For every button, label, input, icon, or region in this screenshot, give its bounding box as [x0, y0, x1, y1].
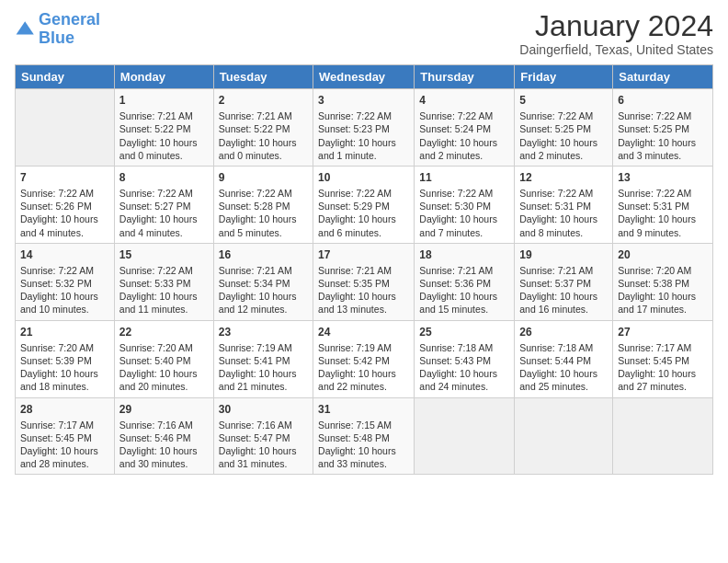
- day-number: 8: [119, 170, 209, 185]
- cell-info: and 16 minutes.: [519, 303, 608, 316]
- calendar-cell: 3Sunrise: 7:22 AMSunset: 5:23 PMDaylight…: [313, 89, 415, 167]
- cell-info: Sunrise: 7:22 AM: [618, 109, 708, 122]
- calendar-cell: 12Sunrise: 7:22 AMSunset: 5:31 PMDayligh…: [515, 166, 613, 243]
- cell-info: Daylight: 10 hours: [119, 444, 209, 457]
- week-row-0: 1Sunrise: 7:21 AMSunset: 5:22 PMDaylight…: [16, 89, 713, 167]
- cell-info: Sunrise: 7:15 AM: [318, 419, 409, 431]
- cell-info: Daylight: 10 hours: [419, 367, 509, 380]
- cell-info: and 4 minutes.: [119, 226, 209, 239]
- cell-info: and 28 minutes.: [20, 457, 109, 470]
- cell-info: Daylight: 10 hours: [20, 290, 109, 303]
- cell-info: Daylight: 10 hours: [219, 367, 308, 380]
- cell-info: Daylight: 10 hours: [20, 367, 109, 380]
- cell-info: Daylight: 10 hours: [519, 367, 608, 380]
- cell-info: Daylight: 10 hours: [318, 136, 409, 149]
- calendar-cell: 10Sunrise: 7:22 AMSunset: 5:29 PMDayligh…: [313, 166, 415, 243]
- cell-info: and 3 minutes.: [618, 149, 708, 162]
- cell-info: Sunset: 5:32 PM: [20, 277, 109, 290]
- cell-info: and 24 minutes.: [419, 380, 509, 393]
- cell-info: Sunrise: 7:22 AM: [20, 187, 109, 200]
- cell-info: Sunset: 5:25 PM: [618, 122, 708, 135]
- calendar-cell: 23Sunrise: 7:19 AMSunset: 5:41 PMDayligh…: [213, 320, 313, 397]
- calendar-cell: 25Sunrise: 7:18 AMSunset: 5:43 PMDayligh…: [415, 320, 515, 397]
- cell-info: Sunrise: 7:21 AM: [318, 264, 409, 277]
- cell-info: Daylight: 10 hours: [618, 290, 708, 303]
- svg-marker-0: [17, 21, 34, 34]
- logo-text: General Blue: [39, 11, 100, 48]
- week-row-2: 14Sunrise: 7:22 AMSunset: 5:32 PMDayligh…: [16, 243, 713, 320]
- cell-info: and 5 minutes.: [219, 226, 308, 239]
- cell-info: Sunrise: 7:19 AM: [318, 341, 409, 354]
- cell-info: Daylight: 10 hours: [219, 136, 308, 149]
- cell-info: Sunrise: 7:22 AM: [318, 187, 409, 200]
- day-number: 15: [119, 247, 209, 262]
- cell-info: Sunset: 5:29 PM: [318, 200, 409, 213]
- cell-info: and 17 minutes.: [618, 303, 708, 316]
- calendar-cell: 13Sunrise: 7:22 AMSunset: 5:31 PMDayligh…: [613, 166, 713, 243]
- day-number: 16: [219, 247, 308, 262]
- calendar-cell: 2Sunrise: 7:21 AMSunset: 5:22 PMDaylight…: [213, 89, 313, 167]
- cell-info: Sunrise: 7:22 AM: [119, 187, 209, 200]
- cell-info: Sunrise: 7:20 AM: [20, 341, 109, 354]
- calendar-cell: 14Sunrise: 7:22 AMSunset: 5:32 PMDayligh…: [16, 243, 115, 320]
- cell-info: Sunrise: 7:22 AM: [519, 187, 608, 200]
- location: Daingerfield, Texas, United States: [519, 42, 713, 57]
- day-number: 23: [219, 325, 308, 339]
- calendar-table: Sunday Monday Tuesday Wednesday Thursday…: [15, 64, 713, 475]
- title-block: January 2024 Daingerfield, Texas, United…: [519, 11, 713, 57]
- cell-info: and 12 minutes.: [219, 303, 308, 316]
- cell-info: and 27 minutes.: [618, 380, 708, 393]
- header-row: Sunday Monday Tuesday Wednesday Thursday…: [16, 65, 713, 89]
- day-number: 3: [318, 93, 409, 108]
- cell-info: and 9 minutes.: [618, 226, 708, 239]
- cell-info: Daylight: 10 hours: [119, 290, 209, 303]
- calendar-cell: 24Sunrise: 7:19 AMSunset: 5:42 PMDayligh…: [313, 320, 415, 397]
- cell-info: Sunset: 5:25 PM: [519, 122, 608, 135]
- day-number: 30: [219, 402, 308, 417]
- cell-info: Sunset: 5:38 PM: [618, 277, 708, 290]
- cell-info: Sunset: 5:43 PM: [419, 354, 509, 367]
- week-row-4: 28Sunrise: 7:17 AMSunset: 5:45 PMDayligh…: [16, 397, 713, 475]
- calendar-cell: [415, 397, 515, 475]
- cell-info: Daylight: 10 hours: [419, 213, 509, 225]
- day-number: 6: [618, 93, 708, 108]
- page-container: General Blue January 2024 Daingerfield, …: [0, 0, 728, 482]
- cell-info: Sunset: 5:33 PM: [119, 277, 209, 290]
- cell-info: Sunset: 5:27 PM: [119, 200, 209, 213]
- cell-info: Daylight: 10 hours: [618, 213, 708, 225]
- calendar-cell: 7Sunrise: 7:22 AMSunset: 5:26 PMDaylight…: [16, 166, 115, 243]
- day-number: 10: [318, 170, 409, 185]
- cell-info: and 1 minute.: [318, 149, 409, 162]
- cell-info: Sunset: 5:47 PM: [219, 431, 308, 444]
- cell-info: Sunset: 5:31 PM: [618, 200, 708, 213]
- calendar-cell: 16Sunrise: 7:21 AMSunset: 5:34 PMDayligh…: [213, 243, 313, 320]
- cell-info: Sunrise: 7:22 AM: [618, 187, 708, 200]
- calendar-cell: 15Sunrise: 7:22 AMSunset: 5:33 PMDayligh…: [114, 243, 213, 320]
- cell-info: Daylight: 10 hours: [318, 290, 409, 303]
- cell-info: Sunset: 5:48 PM: [318, 431, 409, 444]
- cell-info: Daylight: 10 hours: [318, 367, 409, 380]
- cell-info: Sunset: 5:37 PM: [519, 277, 608, 290]
- cell-info: and 30 minutes.: [119, 457, 209, 470]
- col-thursday: Thursday: [415, 65, 515, 89]
- cell-info: Sunset: 5:35 PM: [318, 277, 409, 290]
- cell-info: Sunrise: 7:21 AM: [219, 109, 308, 122]
- cell-info: Daylight: 10 hours: [219, 213, 308, 225]
- calendar-cell: 21Sunrise: 7:20 AMSunset: 5:39 PMDayligh…: [16, 320, 115, 397]
- cell-info: Sunrise: 7:19 AM: [219, 341, 308, 354]
- cell-info: and 0 minutes.: [219, 149, 308, 162]
- cell-info: Sunrise: 7:21 AM: [419, 264, 509, 277]
- cell-info: Sunrise: 7:21 AM: [219, 264, 308, 277]
- logo: General Blue: [15, 11, 100, 48]
- day-number: 25: [419, 325, 509, 339]
- cell-info: Daylight: 10 hours: [419, 290, 509, 303]
- cell-info: Sunrise: 7:22 AM: [318, 109, 409, 122]
- cell-info: Daylight: 10 hours: [618, 367, 708, 380]
- cell-info: and 25 minutes.: [519, 380, 608, 393]
- cell-info: and 0 minutes.: [119, 149, 209, 162]
- day-number: 24: [318, 325, 409, 339]
- cell-info: and 11 minutes.: [119, 303, 209, 316]
- calendar-cell: [613, 397, 713, 475]
- cell-info: Sunrise: 7:16 AM: [119, 419, 209, 431]
- cell-info: Sunset: 5:39 PM: [20, 354, 109, 367]
